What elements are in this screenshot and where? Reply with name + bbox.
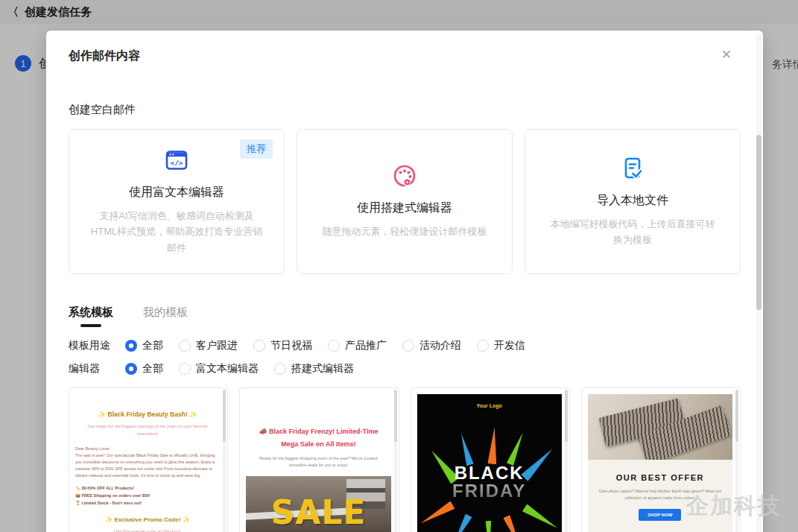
template-our-best-offer[interactable]: OUR BEST OFFER Care about nature? Wanna … <box>581 387 741 532</box>
tab-system-templates[interactable]: 系统模板 <box>69 305 113 327</box>
card-title: 使用搭建式编辑器 <box>357 200 452 216</box>
radio-label: 活动介绍 <box>419 339 461 352</box>
card-desc: 随意拖动元素，轻松便捷设计邮件模板 <box>302 224 508 239</box>
template-preview: 📣 Black Friday Frenzy! Limited-Time Mega… <box>246 394 390 532</box>
template-email-greeting: Dear Beauty Lover, <box>75 446 220 451</box>
radio-purpose-holiday[interactable]: 节日祝福 <box>253 339 312 352</box>
radio-editor-all[interactable]: 全部 <box>125 362 163 376</box>
card-drag-builder-editor[interactable]: 使用搭建式编辑器 随意拖动元素，轻松便捷设计邮件模板 <box>297 129 513 274</box>
bullet: 🏷️ 30-50% OFF ALL Products! <box>75 485 220 493</box>
modal-header: 创作邮件内容 ✕ <box>69 48 741 64</box>
radio-editor-rich-text[interactable]: 富文本编辑器 <box>179 362 259 376</box>
template-promo-title: ✨ Exclusive Promo Code! ✨ <box>75 516 220 523</box>
radio-selected-icon <box>125 340 137 352</box>
modal-title: 创作邮件内容 <box>69 48 140 64</box>
template-email-subtitle: Get ready for the biggest savings of the… <box>75 423 220 437</box>
radio-purpose-all[interactable]: 全部 <box>125 339 163 352</box>
template-grid: ✨ Black Friday Beauty Bash! ✨ Get ready … <box>69 387 741 532</box>
offer-text: Care about nature? Wanna help Mother Ear… <box>588 488 732 502</box>
card-desc: 支持AI写信润色、敏感词自动检测及HTML样式预览，帮助高效打造专业营销邮件 <box>69 208 284 256</box>
editor-cards: 推荐 </> 使用富文本编辑器 支持AI写信润色、敏感词自动检测及HTML样式预… <box>69 129 741 274</box>
radio-purpose-follow-up[interactable]: 客户跟进 <box>179 339 238 352</box>
card-desc: 本地编写好模板代码，上传后直接可转换为模板 <box>525 216 740 248</box>
bullet: ⏳ Limited Stock - Don't miss out! <box>75 500 220 507</box>
filter-editor-type: 编辑器 全部 富文本编辑器 搭建式编辑器 <box>69 362 741 376</box>
template-email-body: The wait is over! Our spectacular Black … <box>75 452 220 479</box>
template-preview: Your Logo BLACK FRIDAY <box>417 394 562 532</box>
radio-label: 节日祝福 <box>270 339 312 352</box>
newspaper-stack-photo <box>588 394 732 460</box>
modal-scrollbar[interactable] <box>756 135 761 310</box>
starburst-shard <box>487 427 498 465</box>
recommend-badge: 推荐 <box>240 139 273 159</box>
radio-icon <box>328 340 340 352</box>
starburst-shard <box>450 513 472 532</box>
filter-template-purpose: 模板用途 全部 客户跟进 节日祝福 产品推广 活动介绍 开发信 <box>69 339 741 352</box>
svg-text:</>: </> <box>170 159 183 167</box>
radio-icon <box>402 340 414 352</box>
template-scrollbar[interactable] <box>565 390 568 442</box>
template-black-friday-dark[interactable]: Your Logo BLACK FRIDAY <box>411 387 570 532</box>
template-scrollbar[interactable] <box>223 390 226 442</box>
code-editor-icon: </> <box>165 148 189 173</box>
radio-icon <box>477 340 489 352</box>
offer-body: OUR BEST OFFER Care about nature? Wanna … <box>588 460 732 532</box>
starburst-shard <box>457 432 474 466</box>
filter-label: 模板用途 <box>69 339 125 352</box>
radio-label: 全部 <box>142 339 163 352</box>
radio-label: 全部 <box>142 362 163 376</box>
starburst-shard <box>522 504 559 532</box>
template-scrollbar[interactable] <box>394 390 397 442</box>
template-email-title: ✨ Black Friday Beauty Bash! ✨ <box>75 411 220 418</box>
radio-label: 搭建式编辑器 <box>291 362 354 376</box>
template-tabs: 系统模板 我的模板 <box>69 305 741 327</box>
radio-label: 开发信 <box>494 339 525 352</box>
shop-now-button[interactable]: SHOP NOW <box>639 509 681 521</box>
starburst-shard <box>418 501 455 527</box>
filter-label: 编辑器 <box>69 362 125 376</box>
card-title: 使用富文本编辑器 <box>129 185 224 200</box>
palette-icon <box>392 163 417 189</box>
sale-photo-text: SALE <box>270 493 366 531</box>
radio-label: 客户跟进 <box>196 339 238 352</box>
radio-label: 富文本编辑器 <box>196 362 259 376</box>
template-email-subtitle: Ready for the biggest shopping event of … <box>246 455 390 469</box>
black-friday-wordmark: BLACK FRIDAY <box>417 463 562 501</box>
radio-icon <box>253 340 265 352</box>
radio-icon <box>179 363 191 375</box>
template-black-friday-frenzy[interactable]: 📣 Black Friday Frenzy! Limited-Time Mega… <box>239 387 399 532</box>
radio-editor-drag-builder[interactable]: 搭建式编辑器 <box>274 362 354 376</box>
radio-purpose-cold-email[interactable]: 开发信 <box>477 339 525 352</box>
offer-title: OUR BEST OFFER <box>588 473 732 482</box>
radio-label: 产品推广 <box>345 339 387 352</box>
radio-icon <box>179 340 191 352</box>
radio-selected-icon <box>125 363 137 375</box>
file-import-icon <box>621 156 644 181</box>
card-title: 导入本地文件 <box>597 193 668 209</box>
friday-text: FRIDAY <box>417 481 562 501</box>
template-promo-text: Use this special code at checkout: <box>75 529 220 532</box>
starburst-shard <box>485 521 492 532</box>
close-icon[interactable]: ✕ <box>721 48 732 61</box>
radio-purpose-event-intro[interactable]: 活动介绍 <box>402 339 461 352</box>
create-email-content-modal: 创作邮件内容 ✕ 创建空白邮件 推荐 </> 使用富文本编辑器 支持AI写信润色… <box>46 31 763 532</box>
blank-email-section-title: 创建空白邮件 <box>69 103 741 117</box>
card-import-local-file[interactable]: 导入本地文件 本地编写好模板代码，上传后直接可转换为模板 <box>525 129 741 274</box>
template-email-bullets: 🏷️ 30-50% OFF ALL Products! 📦 FREE Shipp… <box>75 485 220 507</box>
template-preview: OUR BEST OFFER Care about nature? Wanna … <box>588 394 732 532</box>
radio-icon <box>274 363 286 375</box>
template-scrollbar[interactable] <box>735 390 738 442</box>
template-beauty-bash[interactable]: ✨ Black Friday Beauty Bash! ✨ Get ready … <box>69 387 228 532</box>
sale-street-photo: SALE <box>246 476 390 532</box>
your-logo-text: Your Logo <box>417 394 562 408</box>
template-preview: ✨ Black Friday Beauty Bash! ✨ Get ready … <box>75 394 220 532</box>
template-email-title: 📣 Black Friday Frenzy! Limited-Time Mega… <box>246 425 390 451</box>
bullet: 📦 FREE Shipping on orders over $50! <box>75 493 220 500</box>
starburst-shard <box>506 431 526 466</box>
tab-my-templates[interactable]: 我的模板 <box>143 305 188 327</box>
starburst-shard <box>503 515 524 532</box>
card-rich-text-editor[interactable]: 推荐 </> 使用富文本编辑器 支持AI写信润色、敏感词自动检测及HTML样式预… <box>69 129 285 274</box>
radio-purpose-product-promo[interactable]: 产品推广 <box>328 339 387 352</box>
